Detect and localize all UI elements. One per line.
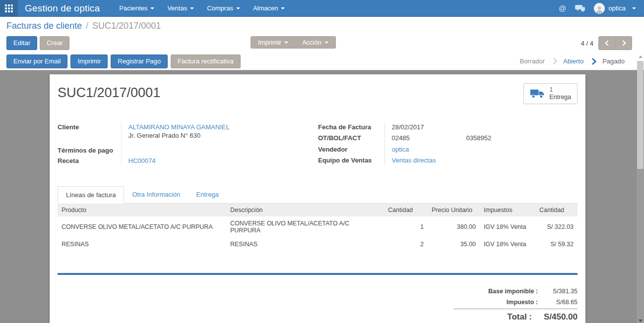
pager-next-button[interactable] — [615, 37, 632, 50]
triangle-down-icon — [639, 320, 643, 322]
user-menu[interactable]: optica — [594, 3, 636, 14]
action-button-group: Imprimir Acción — [251, 36, 336, 49]
menu-almacen[interactable]: Almacen — [247, 0, 292, 17]
state-pagado[interactable]: Pagado — [602, 57, 625, 65]
chevron-right-icon — [620, 40, 626, 46]
scroll-down-button[interactable] — [637, 320, 644, 322]
tab-other-info[interactable]: Otra Información — [124, 186, 188, 204]
chevron-right-icon — [589, 57, 596, 64]
statusbar: Enviar por Email Imprimir Registrar Pago… — [0, 53, 644, 70]
table-row[interactable]: CONVERSE OLIVO METAL/ACETATO A/C PURPURA… — [58, 216, 578, 237]
breadcrumb: Facturas de cliente / SUC1/2017/0001 — [0, 17, 644, 35]
messages-icon[interactable] — [575, 4, 585, 12]
totals-divider — [453, 309, 578, 309]
chevron-left-icon — [605, 40, 610, 46]
tab-invoice-lines[interactable]: Líneas de factura — [58, 186, 124, 204]
client-label: Cliente — [58, 122, 121, 141]
total-label: Total : — [507, 312, 532, 322]
top-navbar: Gestion de optica Pacientes Ventas Compr… — [0, 0, 644, 17]
invoice-sheet: SUC1/2017/0001 1 Entrega — [50, 74, 585, 323]
invoice-date-label: Fecha de Factura — [318, 122, 385, 133]
invoice-number-title: SUC1/2017/0001 — [58, 83, 160, 101]
chevron-down-icon — [190, 7, 194, 9]
state-abierto[interactable]: Abierto — [563, 57, 583, 65]
table-row[interactable]: RESINAS RESINAS 2 35.00 IGV 18% Venta S/… — [58, 237, 578, 251]
delivery-count: 1 — [549, 86, 571, 94]
mention-icon[interactable]: @ — [559, 4, 566, 12]
prescription-label: Receta — [58, 156, 121, 166]
triangle-up-icon — [639, 55, 643, 58]
client-link[interactable]: ALTAMIRANO MINAYA GAMANIEL — [129, 123, 230, 131]
payment-terms-value — [121, 141, 303, 156]
print-invoice-button[interactable]: Imprimir — [70, 54, 108, 68]
main-menu: Pacientes Ventas Compras Almacen — [113, 0, 291, 17]
payment-terms-label: Términos de pago — [58, 141, 121, 156]
sales-team-link[interactable]: Ventas directas — [392, 157, 436, 164]
col-producto: Producto — [58, 204, 226, 216]
navbar-right: @ optica — [559, 3, 644, 14]
chevron-down-icon — [284, 42, 288, 44]
chevron-down-icon — [236, 7, 240, 9]
breadcrumb-parent[interactable]: Facturas de cliente — [6, 21, 82, 31]
print-dropdown[interactable]: Imprimir — [251, 37, 295, 48]
col-descripcion: Descripción — [226, 204, 384, 216]
base-value: S/381.35 — [538, 288, 578, 295]
client-address: Jr. General Prado N° 630 — [129, 131, 304, 139]
delivery-label: Entrega — [549, 94, 571, 101]
state-borrador[interactable]: Borrador — [519, 57, 545, 65]
col-precio-unitario: Precio Unitario — [428, 204, 480, 216]
menu-ventas[interactable]: Ventas — [161, 0, 200, 17]
total-value: S/450.00 — [532, 312, 578, 322]
apps-grid-icon — [5, 4, 13, 12]
prescription-link[interactable]: HC00074 — [129, 157, 156, 164]
app-title: Gestion de optica — [25, 3, 100, 14]
vertical-scrollbar[interactable] — [637, 53, 644, 323]
action-dropdown[interactable]: Acción — [295, 37, 335, 48]
edit-button[interactable]: Editar — [6, 36, 37, 50]
avatar — [594, 3, 605, 14]
apps-menu-button[interactable] — [0, 0, 18, 17]
base-label: Base imponible : — [488, 288, 538, 295]
credit-note-button[interactable]: Factura rectificativa — [171, 54, 241, 68]
salesperson-label: Vendedor — [318, 144, 385, 155]
send-email-button[interactable]: Enviar por Email — [6, 54, 67, 68]
register-payment-button[interactable]: Registrar Pago — [111, 54, 168, 68]
tax-value: S/68.65 — [538, 299, 578, 306]
status-steps: Borrador Abierto Pagado — [519, 57, 625, 65]
scroll-up-button[interactable] — [637, 53, 644, 61]
pager-previous-button[interactable] — [599, 37, 615, 50]
tax-label: Impuesto : — [507, 299, 538, 306]
content-area: SUC1/2017/0001 1 Entrega — [0, 70, 644, 323]
truck-icon — [530, 88, 545, 99]
notebook-tabs: Líneas de factura Otra Información Entre… — [58, 186, 578, 204]
user-name: optica — [608, 4, 626, 12]
chevron-down-icon — [281, 7, 285, 9]
col-cantidad-total: Cantidad — [535, 204, 578, 216]
create-button[interactable]: Crear — [40, 36, 70, 50]
delivery-stat-button[interactable]: 1 Entrega — [523, 83, 578, 104]
chevron-down-icon — [632, 7, 636, 9]
scrollbar-track[interactable] — [637, 169, 644, 323]
salesperson-link[interactable]: optica — [392, 146, 409, 153]
table-header-row: Producto Descripción Cantidad Precio Uni… — [58, 204, 578, 216]
section-divider — [58, 273, 578, 275]
scrollbar-thumb[interactable] — [637, 61, 644, 169]
invoice-lines-table: Producto Descripción Cantidad Precio Uni… — [58, 204, 578, 251]
breadcrumb-current: SUC1/2017/0001 — [92, 21, 161, 31]
fact-value: 0358952 — [466, 134, 492, 142]
menu-compras[interactable]: Compras — [200, 0, 247, 17]
app-window: Gestion de optica Pacientes Ventas Compr… — [0, 0, 644, 323]
control-panel: Editar Crear Imprimir Acción 4 / 4 — [0, 35, 644, 53]
record-pager: 4 / 4 — [581, 36, 632, 50]
menu-pacientes[interactable]: Pacientes — [113, 0, 161, 17]
ot-value: 02485 — [392, 134, 466, 142]
invoice-date-value: 28/02/2017 — [385, 122, 576, 133]
chevron-right-icon — [551, 58, 557, 64]
col-cantidad: Cantidad — [384, 204, 428, 216]
col-impuestos: Impuestos — [480, 204, 535, 216]
sales-team-label: Equipo de Ventas — [318, 155, 385, 166]
breadcrumb-separator: / — [86, 21, 88, 31]
chevron-down-icon — [150, 7, 154, 9]
tab-delivery[interactable]: Entrega — [188, 186, 227, 204]
ot-bol-fact-label: OT/BOL/FACT — [318, 133, 385, 144]
